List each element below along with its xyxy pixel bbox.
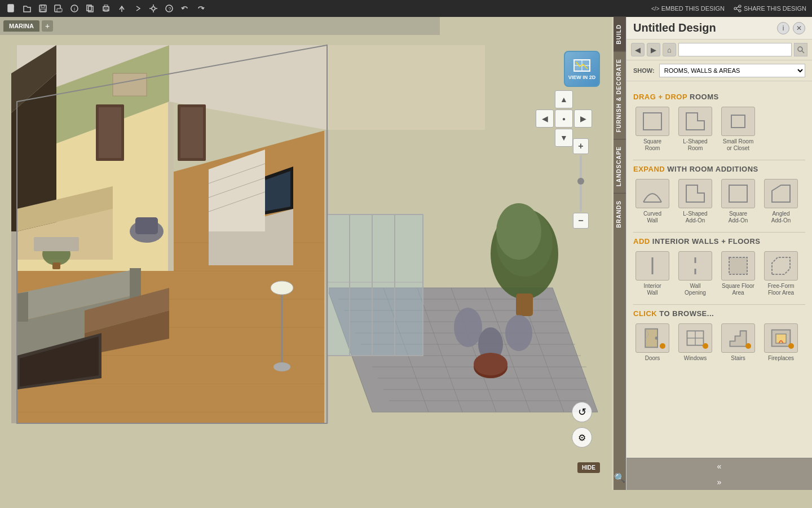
angled-addon-label: AngledAdd-On [771, 211, 791, 224]
freeform-floor-icon [764, 251, 798, 281]
interior-wall-item[interactable]: InteriorWall [633, 251, 672, 296]
panel-header: Untitled Design i ✕ [626, 17, 812, 40]
collapse-down-button[interactable]: » [626, 474, 812, 490]
undo-icon[interactable] [179, 3, 191, 14]
fireplaces-label: Fireplaces [768, 355, 794, 361]
print-icon[interactable] [100, 3, 112, 14]
fireplaces-icon [764, 323, 798, 353]
square-addon-icon [721, 179, 755, 208]
panel-forward-button[interactable]: ▶ [647, 43, 660, 56]
panel-info-button[interactable]: i [777, 22, 789, 34]
export-icon[interactable] [116, 3, 127, 14]
l-shaped-room-icon [678, 107, 712, 136]
svg-rect-112 [643, 113, 661, 130]
svg-line-25 [736, 7, 739, 8]
windows-item[interactable]: Windows [676, 323, 714, 361]
view-2d-label: VIEW IN 2D [568, 75, 596, 81]
rotate-button[interactable]: ↺ [572, 402, 592, 422]
nav-up-button[interactable]: ▲ [555, 90, 573, 108]
vtab-furnish[interactable]: FURNISH & DECORATE [614, 51, 626, 139]
fireplaces-item[interactable]: Fireplaces [762, 323, 800, 361]
nav-right-button[interactable]: ▶ [574, 110, 592, 128]
info-icon[interactable]: i [69, 3, 80, 14]
small-room-label: Small Roomor Closet [723, 138, 753, 152]
zoom-out-button[interactable]: − [573, 213, 589, 229]
svg-rect-65 [180, 107, 203, 158]
zoom-track[interactable] [580, 155, 582, 212]
svg-point-24 [739, 10, 741, 12]
vtab-brands[interactable]: BRANDS [614, 193, 626, 235]
vtab-build[interactable]: BUILD [614, 17, 626, 51]
l-shaped-room-item[interactable]: L-ShapedRoom [676, 107, 714, 152]
square-room-item[interactable]: SquareRoom [633, 107, 672, 152]
embed-button[interactable]: </> EMBED THIS DESIGN [651, 5, 725, 12]
settings-icon[interactable] [148, 3, 159, 14]
add-tab-button[interactable]: + [42, 20, 53, 32]
new-icon[interactable] [6, 3, 17, 14]
wall-opening-item[interactable]: WallOpening [676, 251, 714, 296]
panel-back-button[interactable]: ◀ [631, 43, 645, 56]
freeform-floor-label: Free-FormFloor Area [767, 283, 794, 296]
panel-nav: ◀ ▶ ⌂ [626, 40, 812, 60]
svg-point-92 [273, 362, 290, 371]
topbar: i ? </> EMBED THIS DESIGN [0, 0, 812, 17]
canvas-settings-button[interactable]: ⚙ [572, 427, 592, 448]
l-shaped-room-label: L-ShapedRoom [683, 138, 707, 152]
canvas[interactable]: MARINA + [0, 17, 626, 490]
svg-line-26 [736, 9, 739, 10]
divider-2 [633, 232, 805, 233]
panel-search-button[interactable] [794, 43, 807, 56]
doors-dot [660, 343, 665, 349]
topbar-left: i ? [6, 3, 206, 14]
stairs-item[interactable]: Stairs [719, 323, 757, 361]
browse-items: Doors Windows Stairs [633, 323, 805, 361]
forward-icon[interactable] [132, 3, 143, 14]
pages-icon[interactable] [85, 3, 96, 14]
nav-center-button[interactable]: ● [555, 110, 573, 128]
vtab-search-icon[interactable]: 🔍 [614, 472, 625, 483]
panel-search-input[interactable] [678, 43, 792, 56]
panel-home-button[interactable]: ⌂ [663, 43, 676, 56]
curved-wall-item[interactable]: CurvedWall [633, 179, 672, 224]
tabbar: MARINA + [0, 17, 440, 35]
hide-button[interactable]: HIDE [577, 462, 600, 473]
doors-item[interactable]: Doors [633, 323, 672, 361]
l-shaped-addon-item[interactable]: L-ShapedAdd-On [676, 179, 714, 224]
square-floor-label: Square FloorArea [722, 283, 754, 296]
svg-rect-63 [99, 107, 121, 158]
zoom-in-button[interactable]: + [573, 138, 589, 154]
show-select[interactable]: ROOMS, WALLS & AREASFURNITUREFULL VIEW [659, 64, 805, 77]
angled-addon-item[interactable]: AngledAdd-On [762, 179, 800, 224]
svg-rect-114 [731, 115, 745, 128]
right-panel: Untitled Design i ✕ ◀ ▶ ⌂ SHOW: ROOMS, W… [626, 17, 812, 490]
svg-marker-113 [686, 113, 704, 130]
nav-left-button[interactable]: ◀ [536, 110, 554, 128]
open-icon[interactable] [21, 3, 33, 14]
collapse-up-button[interactable]: « [626, 458, 812, 474]
stairs-label: Stairs [731, 355, 745, 361]
wall-opening-label: WallOpening [685, 283, 706, 296]
help-icon[interactable]: ? [164, 3, 175, 14]
share-button[interactable]: SHARE THIS DESIGN [734, 5, 806, 12]
saveas-icon[interactable] [53, 3, 64, 14]
small-room-item[interactable]: Small Roomor Closet [719, 107, 757, 152]
interior-wall-icon [636, 251, 669, 281]
panel-close-button[interactable]: ✕ [793, 22, 805, 34]
redo-icon[interactable] [195, 3, 206, 14]
zoom-controls: + − [573, 138, 589, 229]
curved-wall-icon [636, 179, 669, 208]
tab-marina[interactable]: MARINA [3, 20, 39, 32]
view-2d-button[interactable]: VIEW IN 2D [564, 51, 603, 90]
doors-label: Doors [645, 355, 660, 361]
vtab-landscape[interactable]: LANDSCAPE [614, 139, 626, 193]
square-floor-item[interactable]: Square FloorArea [719, 251, 757, 296]
svg-point-97 [454, 308, 482, 347]
save-icon[interactable] [37, 3, 48, 14]
nav-down-button[interactable]: ▼ [555, 129, 573, 147]
zoom-thumb[interactable] [577, 178, 584, 185]
square-addon-label: SquareAdd-On [729, 211, 748, 224]
square-addon-item[interactable]: SquareAdd-On [719, 179, 757, 224]
freeform-floor-item[interactable]: Free-FormFloor Area [762, 251, 800, 296]
panel-header-icons: i ✕ [777, 22, 805, 34]
svg-rect-103 [52, 262, 60, 269]
